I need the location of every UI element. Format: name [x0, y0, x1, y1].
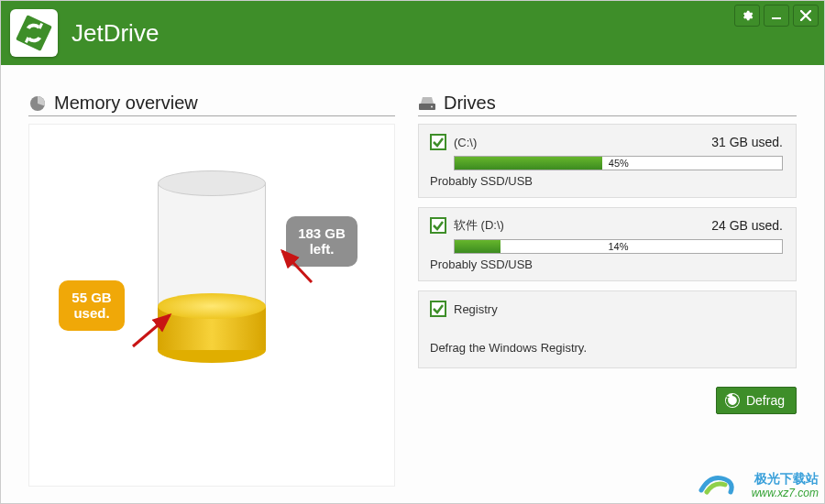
drive-progress: 45%: [454, 156, 783, 170]
drive-note: Probably SSD/USB: [430, 257, 783, 271]
memory-title: Memory overview: [54, 93, 198, 114]
check-icon: [432, 136, 445, 148]
drive-name: 软件 (D:\): [454, 217, 504, 234]
drives-column: Drives (C:\) 31 GB used. 45% Probably SS…: [418, 93, 797, 487]
memory-column: Memory overview 55 GB used. 183 GB left.: [28, 93, 395, 487]
registry-label: Registry: [454, 302, 498, 316]
drive-card: (C:\) 31 GB used. 45% Probably SSD/USB: [418, 124, 797, 198]
memory-visual: 55 GB used. 183 GB left.: [28, 124, 395, 487]
minimize-icon: [770, 9, 783, 22]
drive-icon: [418, 95, 436, 112]
logo-icon: [16, 15, 52, 51]
pie-icon: [28, 94, 47, 113]
window-controls: [734, 5, 819, 27]
svg-rect-0: [16, 15, 52, 51]
drive-percent: 14%: [455, 240, 782, 253]
registry-card: Registry Defrag the Windows Registry.: [418, 290, 797, 368]
arrow-annotation-icon: [128, 308, 183, 354]
titlebar: JetDrive: [1, 1, 824, 65]
arrow-annotation-icon: [275, 244, 321, 290]
app-title: JetDrive: [72, 19, 159, 48]
svg-rect-3: [772, 17, 781, 19]
defrag-label: Defrag: [746, 393, 785, 408]
used-bubble: 55 GB used.: [59, 280, 125, 331]
svg-point-8: [431, 105, 433, 107]
gear-icon: [741, 9, 754, 22]
registry-note: Defrag the Windows Registry.: [430, 341, 783, 355]
drive-checkbox[interactable]: [430, 134, 446, 150]
defrag-button[interactable]: Defrag: [716, 387, 797, 414]
drive-name: (C:\): [454, 136, 477, 149]
check-icon: [432, 219, 445, 232]
drive-progress: 14%: [454, 239, 783, 254]
drives-title: Drives: [444, 93, 496, 114]
minimize-button[interactable]: [764, 5, 789, 27]
refresh-icon: [724, 392, 741, 409]
drive-checkbox[interactable]: [430, 217, 446, 234]
svg-rect-7: [419, 104, 435, 110]
close-button[interactable]: [793, 5, 819, 27]
drive-note: Probably SSD/USB: [430, 174, 783, 188]
drive-used-text: 31 GB used.: [711, 135, 783, 149]
watermark-line2: www.xz7.com: [752, 487, 819, 499]
registry-checkbox[interactable]: [430, 301, 446, 317]
app-logo: [10, 9, 58, 57]
check-icon: [432, 302, 445, 315]
drive-used-text: 24 GB used.: [711, 218, 783, 233]
content-area: Memory overview 55 GB used. 183 GB left.: [1, 65, 824, 503]
memory-section-header: Memory overview: [28, 93, 395, 116]
settings-button[interactable]: [734, 5, 760, 27]
drive-card: 软件 (D:\) 24 GB used. 14% Probably SSD/US…: [418, 207, 797, 281]
svg-line-5: [133, 315, 170, 346]
svg-line-6: [282, 251, 312, 282]
app-window: JetDrive Memory overview: [0, 0, 825, 504]
drive-percent: 45%: [455, 157, 782, 170]
close-icon: [800, 10, 811, 21]
drives-section-header: Drives: [418, 93, 797, 116]
watermark-logo-icon: [698, 468, 736, 498]
